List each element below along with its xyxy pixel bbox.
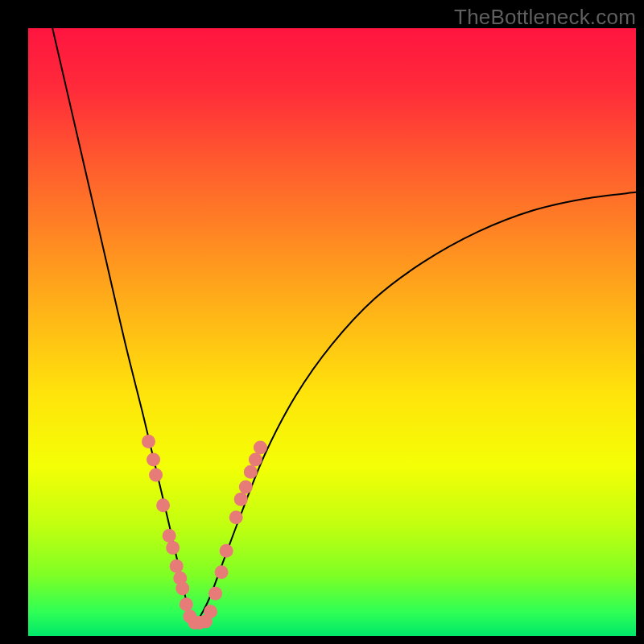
data-dot: [208, 587, 222, 601]
data-dot: [163, 529, 176, 543]
data-dot: [220, 544, 233, 558]
data-dot: [249, 453, 262, 467]
data-dot: [175, 582, 189, 596]
data-dot: [254, 440, 267, 454]
chart-svg: [28, 28, 636, 636]
data-dot: [215, 565, 229, 579]
data-dot: [142, 435, 155, 448]
data-dot: [204, 605, 217, 618]
data-dot: [156, 498, 170, 512]
data-dot: [234, 493, 248, 506]
data-dot: [229, 510, 243, 524]
data-dot: [170, 559, 184, 573]
data-dot: [180, 597, 193, 611]
data-dot: [239, 481, 253, 494]
data-dot: [149, 468, 163, 481]
watermark-text: TheBottleneck.com: [454, 5, 636, 30]
data-dot: [244, 465, 258, 479]
data-dot: [166, 541, 180, 555]
plot-area: [28, 28, 636, 636]
gradient-background: [28, 28, 636, 636]
data-dot: [147, 453, 160, 467]
chart-frame: TheBottleneck.com: [0, 0, 644, 644]
